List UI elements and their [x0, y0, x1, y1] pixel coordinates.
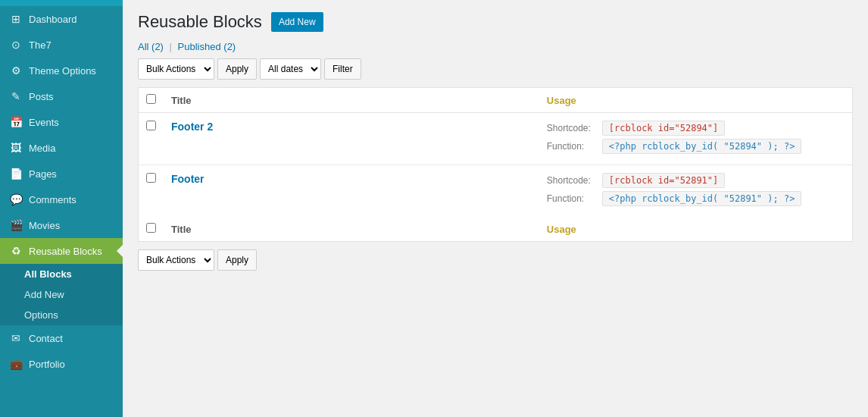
sidebar-item-label: Events [29, 117, 59, 128]
sidebar-item-movies[interactable]: 🎬 Movies [0, 212, 123, 238]
main-content: Reusable Blocks Add New All (2) | Publis… [123, 0, 868, 417]
block-usage-cell: Shortcode: [rcblock id="52894"] Function… [539, 113, 853, 165]
select-all-header [139, 88, 164, 113]
submenu-add-new[interactable]: Add New [0, 284, 123, 305]
function-label: Function: [547, 193, 596, 204]
sidebar-item-the7[interactable]: ⊙ The7 [0, 32, 123, 58]
sidebar-item-label: Theme Options [29, 65, 96, 77]
media-icon: 🖼 [9, 141, 23, 155]
function-row: Function: <?php rcblock_by_id( "52891" )… [547, 191, 845, 206]
sidebar-item-dashboard[interactable]: ⊞ Dashboard [0, 6, 123, 32]
comment-icon: 💬 [9, 193, 23, 206]
bulk-actions-select[interactable]: Bulk Actions [138, 58, 214, 80]
block-title-link[interactable]: Footer 2 [171, 121, 213, 133]
function-value: <?php rcblock_by_id( "52891" ); ?> [602, 191, 802, 206]
row-checkbox[interactable] [146, 173, 156, 183]
sidebar-item-pages[interactable]: 📄 Pages [0, 161, 123, 187]
block-title-cell: Footer [164, 165, 539, 218]
dashboard-icon: ⊞ [9, 12, 23, 26]
apply-button[interactable]: Apply [217, 58, 257, 80]
sidebar-item-label: Reusable Blocks [29, 246, 102, 257]
submenu-all-blocks[interactable]: All Blocks [0, 264, 123, 284]
function-row: Function: <?php rcblock_by_id( "52894" )… [547, 139, 845, 154]
sidebar-item-label: Contact [29, 333, 63, 344]
sidebar-item-posts[interactable]: ✎ Posts [0, 83, 123, 109]
function-value: <?php rcblock_by_id( "52894" ); ?> [602, 139, 802, 154]
filter-links: All (2) | Published (2) [138, 41, 853, 52]
row-checkbox[interactable] [146, 121, 156, 130]
table-row: Footer 2 Shortcode: [rcblock id="52894"]… [139, 113, 853, 165]
sidebar-item-label: Posts [29, 91, 54, 102]
row-checkbox-cell [139, 165, 164, 218]
shortcode-value: [rcblock id="52894"] [602, 121, 726, 136]
sidebar-item-contact[interactable]: ✉ Contact [0, 325, 123, 351]
shortcode-row: Shortcode: [rcblock id="52891"] [547, 173, 845, 188]
sidebar-item-label: The7 [29, 39, 52, 51]
filter-separator: | [170, 41, 172, 52]
sidebar-item-reusable-blocks[interactable]: ♻ Reusable Blocks [0, 238, 123, 264]
sidebar-item-portfolio[interactable]: 💼 Portfolio [0, 351, 123, 377]
the7-icon: ⊙ [9, 38, 23, 52]
shortcode-row: Shortcode: [rcblock id="52894"] [547, 121, 845, 136]
row-checkbox-cell [139, 113, 164, 165]
sidebar-item-label: Movies [29, 220, 60, 231]
page-header: Reusable Blocks Add New [138, 12, 853, 32]
sidebar-item-label: Comments [29, 194, 76, 205]
page-icon: 📄 [9, 167, 23, 180]
sidebar-item-label: Dashboard [29, 14, 77, 25]
add-new-button[interactable]: Add New [271, 12, 323, 32]
sidebar-item-label: Pages [29, 168, 57, 180]
footer-title-header: Title [164, 217, 539, 242]
contact-icon: ✉ [9, 331, 23, 345]
calendar-icon: 📅 [9, 115, 23, 129]
footer-select-all-header [139, 217, 164, 242]
function-label: Function: [547, 141, 596, 152]
bottom-filter-bar: Bulk Actions Apply [138, 249, 853, 271]
block-title-link[interactable]: Footer [171, 173, 205, 185]
footer-select-all-checkbox[interactable] [146, 223, 156, 233]
filter-button[interactable]: Filter [324, 58, 361, 80]
portfolio-icon: 💼 [9, 357, 23, 371]
all-filter-link[interactable]: All (2) [138, 41, 164, 52]
select-all-checkbox[interactable] [146, 94, 156, 104]
active-arrow [117, 245, 123, 257]
published-filter-link[interactable]: Published (2) [178, 41, 236, 52]
sidebar-top-bar [0, 0, 123, 6]
table-row: Footer Shortcode: [rcblock id="52891"] F… [139, 165, 853, 218]
page-title: Reusable Blocks [138, 12, 262, 32]
sidebar: ⊞ Dashboard ⊙ The7 ⚙ Theme Options ✎ Pos… [0, 0, 123, 417]
gear-icon: ⚙ [9, 64, 23, 77]
bottom-apply-button[interactable]: Apply [217, 249, 257, 271]
pencil-icon: ✎ [9, 89, 23, 103]
sidebar-item-theme-options[interactable]: ⚙ Theme Options [0, 58, 123, 83]
sidebar-item-media[interactable]: 🖼 Media [0, 135, 123, 161]
blocks-table: Title Usage Footer 2 Shortcode: [138, 87, 853, 242]
block-usage-cell: Shortcode: [rcblock id="52891"] Function… [539, 165, 853, 218]
date-filter-select[interactable]: All dates [260, 58, 321, 80]
reusable-blocks-icon: ♻ [9, 244, 23, 258]
sidebar-item-comments[interactable]: 💬 Comments [0, 187, 123, 212]
reusable-blocks-submenu: All Blocks Add New Options [0, 264, 123, 325]
sidebar-item-events[interactable]: 📅 Events [0, 109, 123, 135]
title-column-header: Title [164, 88, 539, 113]
shortcode-label: Shortcode: [547, 175, 596, 186]
shortcode-value: [rcblock id="52891"] [602, 173, 726, 188]
top-filter-bar: Bulk Actions Apply All dates Filter [138, 58, 853, 80]
usage-column-header: Usage [539, 88, 853, 113]
movie-icon: 🎬 [9, 218, 23, 232]
block-title-cell: Footer 2 [164, 113, 539, 165]
shortcode-label: Shortcode: [547, 123, 596, 133]
sidebar-item-label: Media [29, 143, 55, 154]
bottom-bulk-actions-select[interactable]: Bulk Actions [138, 249, 214, 271]
submenu-options[interactable]: Options [0, 305, 123, 325]
footer-usage-header: Usage [539, 217, 853, 242]
sidebar-item-label: Portfolio [29, 359, 65, 370]
